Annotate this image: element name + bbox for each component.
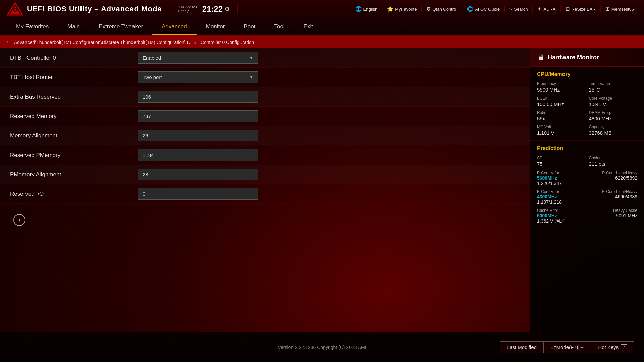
tab-boot[interactable]: Boot: [234, 19, 265, 34]
breadcrumb-back-button[interactable]: ←: [5, 39, 11, 46]
footer-version: Version 2.22.1286 Copyright (C) 2023 AMI: [278, 345, 366, 350]
mc-volt-item: MC Volt. 1.101 V: [537, 125, 586, 136]
dropdown-tbt-value: Two port: [143, 74, 162, 80]
settings-panel: DTBT Controller 0 Enabled ▼ TBT Host Rou…: [0, 48, 530, 332]
hot-keys-button[interactable]: Hot Keys ?: [591, 341, 634, 353]
time-display: 21:22 ⚙: [202, 4, 229, 14]
ez-mode-button[interactable]: EzMode(F7)|→: [544, 341, 591, 353]
datetime-section: 11/03/2023 Friday: [178, 5, 197, 13]
settings-gear-icon[interactable]: ⚙: [225, 6, 229, 12]
dropdown-tbt-arrow: ▼: [249, 75, 253, 80]
cooler-label: Cooler: [589, 156, 638, 160]
input-extra-bus[interactable]: [138, 91, 258, 103]
tool-aura[interactable]: ✦ AURA: [534, 5, 559, 13]
navigation-tabs: My Favorites Main Extreme Tweaker Advanc…: [0, 18, 644, 36]
setting-label-dtbt: DTBT Controller 0: [10, 55, 138, 61]
input-reserved-memory[interactable]: [138, 110, 258, 122]
last-modified-button[interactable]: Last Modified: [500, 341, 544, 353]
fan-icon: ⚙: [426, 6, 431, 12]
p-core-left: P-Core V for 5600MHz 1.226/1.347: [537, 171, 587, 186]
tool-english[interactable]: 🌐 English: [352, 5, 381, 13]
hot-keys-label: Hot Keys: [598, 344, 619, 350]
cpu-memory-grid: Frequency 5500 MHz Temperature 25°C BCLK…: [537, 81, 637, 136]
rog-logo-icon: [7, 2, 23, 16]
hot-keys-icon: ?: [621, 344, 627, 350]
tool-search[interactable]: ? Search: [506, 5, 531, 13]
tool-sep-2: [421, 6, 422, 12]
setting-row-tbt: TBT Host Router Two port ▼: [0, 68, 530, 87]
mc-volt-value: 1.101 V: [537, 130, 586, 136]
dram-freq-label: DRAM Freq.: [589, 110, 638, 115]
p-core-lh-value: 6220/5892: [587, 175, 638, 181]
info-area: i: [0, 204, 530, 236]
breadcrumb-text: Advanced\Thunderbolt(TM) Configuration\D…: [14, 40, 254, 45]
input-reserved-io[interactable]: [138, 188, 258, 200]
setting-label-tbt: TBT Host Router: [10, 74, 138, 81]
prediction-section: Prediction SP 75 Cooler 211 pts P-Core V…: [530, 141, 644, 232]
input-memory-align[interactable]: [138, 130, 258, 141]
p-core-v-label: P-Core V for: [537, 171, 587, 175]
capacity-value: 32768 MB: [589, 130, 638, 136]
dropdown-tbt[interactable]: Two port ▼: [138, 71, 258, 83]
breadcrumb: ← Advanced\Thunderbolt(TM) Configuration…: [0, 36, 644, 48]
dram-freq-item: DRAM Freq. 4800 MHz: [589, 110, 638, 121]
setting-control-pmemory-align: [138, 169, 258, 180]
cache-v-label: Cache V for: [537, 208, 587, 213]
core-voltage-item: Core Voltage 1.341 V: [589, 96, 638, 107]
cooler-value: 211 pts: [589, 161, 638, 167]
sp-item: SP 75: [537, 156, 586, 167]
p-core-row: P-Core V for 5600MHz 1.226/1.347 P-Core …: [537, 171, 637, 186]
temperature-value: 25°C: [589, 87, 638, 93]
setting-control-memory-align: [138, 130, 258, 141]
footer-bar: Version 2.22.1286 Copyright (C) 2023 AMI…: [0, 332, 644, 362]
setting-control-dtbt: Enabled ▼: [138, 52, 258, 64]
info-icon[interactable]: i: [13, 214, 25, 226]
dram-freq-value: 4800 MHz: [589, 116, 638, 121]
input-reserved-pmemory[interactable]: [138, 149, 258, 161]
cache-v-freq: 5000MHz: [537, 213, 587, 218]
tab-main[interactable]: Main: [58, 19, 89, 34]
input-pmemory-align[interactable]: [138, 169, 258, 180]
app-title: UEFI BIOS Utility – Advanced Mode: [27, 5, 162, 13]
tool-resizebar[interactable]: ⊡ ReSize BAR: [562, 5, 599, 13]
setting-row-reserved-memory: Reserved Memory: [0, 107, 530, 126]
hw-monitor-panel: 🖥 Hardware Monitor CPU/Memory Frequency …: [530, 48, 644, 332]
p-core-v-value: 1.226/1.347: [537, 181, 587, 186]
header-divider-1: [170, 4, 170, 14]
cache-left: Cache V for 5000MHz 1.362 V @L4: [537, 208, 587, 224]
sp-value: 75: [537, 161, 586, 167]
ratio-value: 55x: [537, 116, 586, 121]
tab-extreme[interactable]: Extreme Tweaker: [89, 19, 152, 34]
time-value: 21:22: [202, 4, 223, 14]
tab-exit[interactable]: Exit: [294, 19, 322, 34]
tool-sep-1: [382, 6, 382, 12]
e-core-v-value: 1.197/1.218: [537, 199, 587, 205]
tool-qfan[interactable]: ⚙ Qfan Control: [423, 5, 461, 13]
hw-monitor-header: 🖥 Hardware Monitor: [530, 48, 644, 67]
p-core-right: P-Core Light/Heavy 6220/5892: [587, 171, 638, 186]
header-divider-2: [237, 4, 238, 14]
tab-monitor[interactable]: Monitor: [197, 19, 234, 34]
ez-mode-label: EzMode(F7)|→: [550, 344, 584, 350]
setting-control-tbt: Two port ▼: [138, 71, 258, 83]
tool-memtest[interactable]: ⊞ MemTest86: [602, 5, 637, 13]
tab-favorites[interactable]: My Favorites: [7, 19, 58, 34]
aura-icon: ✦: [537, 6, 542, 12]
tool-english-label: English: [363, 7, 378, 12]
temperature-label: Temperature: [589, 81, 638, 86]
tab-advanced[interactable]: Advanced: [152, 19, 197, 34]
dropdown-dtbt[interactable]: Enabled ▼: [138, 52, 258, 64]
heavy-cache-value: 5091 MHz: [587, 213, 638, 218]
dropdown-dtbt-value: Enabled: [143, 55, 161, 61]
frequency-label: Frequency: [537, 81, 586, 86]
tool-myfavorite[interactable]: ⭐ MyFavorite: [384, 5, 420, 13]
cpu-memory-section: CPU/Memory Frequency 5500 MHz Temperatur…: [530, 67, 644, 141]
header-bar: UEFI BIOS Utility – Advanced Mode 11/03/…: [0, 0, 644, 18]
tool-aioc[interactable]: 🌐 AI OC Guide: [464, 5, 503, 13]
cache-right: Heavy Cache 5091 MHz: [587, 208, 638, 224]
setting-control-reserved-pmemory: [138, 149, 258, 161]
tab-tool[interactable]: Tool: [265, 19, 294, 34]
bclk-item: BCLK 100.00 MHz: [537, 96, 586, 107]
setting-row-reserved-io: Reserved I/O: [0, 184, 530, 204]
e-core-v-freq: 4300MHz: [537, 194, 587, 199]
